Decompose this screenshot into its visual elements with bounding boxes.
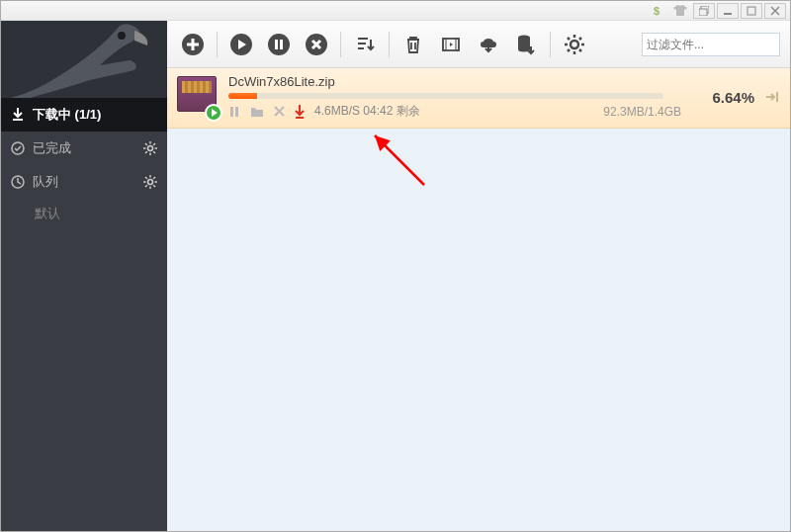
clock-icon [11, 175, 25, 189]
svg-line-23 [145, 177, 147, 179]
sidebar-label: 已完成 [33, 139, 71, 157]
annotation-arrow [365, 131, 434, 190]
svg-line-16 [153, 143, 155, 145]
download-filename: DcWin7x86Lite.zip [228, 74, 691, 89]
svg-line-45 [579, 38, 581, 40]
restore-down-button[interactable] [693, 3, 715, 19]
gear-icon[interactable] [143, 175, 157, 189]
expand-icon[interactable] [764, 90, 780, 104]
filter-input[interactable] [647, 38, 791, 51]
maximize-button[interactable] [741, 3, 762, 19]
download-percent: 6.64% [701, 89, 754, 106]
svg-rect-35 [456, 39, 459, 50]
pause-button[interactable] [263, 29, 295, 60]
sidebar-label: 队列 [33, 173, 58, 191]
separator [217, 32, 218, 57]
item-cancel-icon[interactable] [274, 106, 285, 117]
close-button[interactable] [764, 3, 786, 19]
svg-line-14 [153, 151, 155, 153]
svg-rect-30 [275, 40, 278, 49]
separator [550, 32, 551, 57]
svg-line-13 [145, 143, 147, 145]
svg-rect-48 [230, 107, 233, 117]
svg-rect-3 [747, 7, 755, 15]
svg-rect-34 [443, 39, 446, 50]
svg-rect-31 [280, 40, 283, 49]
separator [389, 32, 390, 57]
database-button[interactable] [510, 29, 542, 60]
trash-button[interactable] [397, 29, 429, 60]
svg-rect-1 [699, 9, 707, 16]
minimize-button[interactable] [717, 3, 739, 19]
svg-line-43 [579, 49, 581, 51]
file-icon [177, 76, 219, 118]
download-item[interactable]: DcWin7x86Lite.zip 4.6MB/S 04:42 剩余 92.3M… [167, 68, 790, 129]
sort-button[interactable] [349, 29, 381, 60]
item-folder-icon[interactable] [250, 106, 264, 118]
app-logo [1, 21, 167, 98]
add-button[interactable] [177, 29, 209, 60]
skin-icon[interactable] [669, 3, 691, 19]
download-size: 92.3MB/1.4GB [603, 105, 681, 119]
svg-line-15 [145, 151, 147, 153]
svg-line-42 [568, 38, 570, 40]
toolbar [167, 21, 790, 68]
svg-line-26 [153, 177, 155, 179]
progress-bar [228, 93, 663, 99]
download-icon [11, 108, 25, 122]
speed-down-icon [295, 105, 305, 119]
svg-point-6 [118, 32, 126, 40]
svg-rect-49 [235, 107, 238, 117]
sidebar-label: 下载中 (1/1) [33, 106, 101, 124]
media-button[interactable] [435, 29, 467, 60]
sidebar-item-downloading[interactable]: 下载中 (1/1) [1, 98, 167, 132]
sidebar-sublabel: 默认 [35, 205, 60, 222]
svg-point-29 [268, 34, 290, 55]
sidebar-item-completed[interactable]: 已完成 [1, 132, 167, 165]
delete-button[interactable] [301, 29, 332, 60]
donate-icon[interactable]: $ [646, 3, 667, 19]
filter-search[interactable] [642, 33, 780, 56]
content-area [167, 129, 790, 532]
svg-point-8 [148, 146, 153, 151]
gear-icon[interactable] [143, 141, 157, 155]
download-speed: 4.6MB/S 04:42 剩余 [314, 103, 420, 120]
svg-point-18 [148, 180, 153, 185]
cloud-download-button[interactable] [473, 29, 504, 60]
svg-line-24 [153, 185, 155, 187]
titlebar: $ [1, 1, 790, 21]
status-play-icon [205, 104, 222, 122]
settings-button[interactable] [559, 29, 590, 60]
sidebar: 下载中 (1/1) 已完成 队列 默认 [1, 21, 167, 532]
sidebar-subitem-default[interactable]: 默认 [1, 199, 167, 228]
check-circle-icon [11, 141, 25, 155]
sidebar-item-queue[interactable]: 队列 [1, 165, 167, 199]
svg-line-44 [568, 49, 570, 51]
svg-point-37 [571, 41, 578, 48]
separator [340, 32, 341, 57]
svg-line-51 [375, 135, 424, 185]
item-pause-icon[interactable] [228, 106, 240, 118]
play-button[interactable] [225, 29, 257, 60]
svg-line-25 [145, 185, 147, 187]
